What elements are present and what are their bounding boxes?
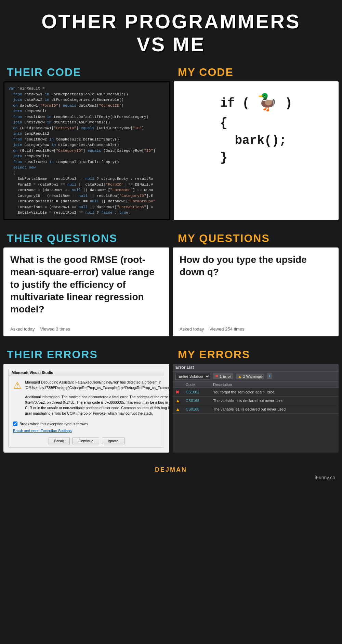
errors-section: THEIR ERRORS MY ERRORS Microsoft Visual … — [0, 345, 342, 460]
footer-author: DEJMAN — [7, 466, 335, 473]
vs-dialog-body: ⚠ Managed Debugging Assistant 'FatalExec… — [9, 376, 164, 420]
my-errors-label: MY ERRORS — [171, 348, 339, 361]
error-table-header: Code Description — [173, 381, 339, 388]
vs-dialog-main-text: Managed Debugging Assistant 'FatalExecut… — [25, 380, 169, 391]
duck-emoji: 🦆 — [257, 94, 277, 112]
my-code-text: if ( 🦆 ) { bark(); } — [213, 85, 299, 173]
their-question-asked: Asked today — [10, 326, 35, 332]
my-code-panel: if ( 🦆 ) { bark(); } — [174, 81, 339, 220]
vs-checkbox-row: Break when this exception type is thrown — [9, 419, 164, 428]
error-icon: ✖ — [215, 374, 218, 378]
questions-section-labels: THEIR QUESTIONS MY QUESTIONS — [0, 229, 342, 247]
vs-dialog-buttons: Break Continue Ignore — [9, 435, 164, 447]
error-description: The variable 'e1' is declared but never … — [213, 407, 336, 411]
solution-selector[interactable]: Entire Solution — [175, 373, 210, 380]
error-list-toolbar: Entire Solution ✖ 1 Error ▲ 2 Warnings ℹ — [173, 372, 339, 381]
their-question-viewed: Viewed 3 times — [40, 326, 70, 332]
info-icon: ℹ — [269, 374, 270, 378]
vs-dialog-text-block: Managed Debugging Assistant 'FatalExecut… — [25, 380, 169, 416]
my-question-panel: How do you type the upside down q? Asked… — [173, 247, 339, 336]
code-section-labels: THEIR CODE MY CODE — [0, 63, 342, 81]
questions-panels: What is the good RMSE (root-mean-square-… — [0, 247, 342, 343]
vs-checkbox[interactable] — [13, 421, 17, 426]
table-row: ▲CS0168The variable 'e' is declared but … — [173, 397, 339, 405]
warning-icon: ⚠ — [13, 380, 22, 416]
errors-section-labels: THEIR ERRORS MY ERRORS — [0, 345, 342, 364]
table-row: ✖CS1002You forgot the semicolon again. I… — [173, 388, 339, 397]
my-question-text: How do you type the upside down q? — [180, 254, 332, 279]
my-question-meta: Asked today Viewed 254 times — [180, 326, 332, 332]
col-code-header: Code — [186, 383, 213, 387]
warning-count-badge: ▲ 2 Warnings — [236, 374, 264, 379]
header-line2: VS ME — [137, 33, 206, 55]
code-panels: var joinResult = from dataRow1 in FormRe… — [0, 81, 342, 227]
warning-icon: ▲ — [175, 406, 186, 412]
watermark: iFunny.co — [315, 475, 335, 480]
their-questions-label: THEIR QUESTIONS — [3, 232, 171, 245]
questions-section: THEIR QUESTIONS MY QUESTIONS What is the… — [0, 229, 342, 343]
my-code-content: if ( 🦆 ) { bark(); } — [174, 81, 339, 177]
error-code: CS0168 — [186, 407, 213, 411]
vs-dialog-additional-text: Additional information: The runtime has … — [25, 394, 169, 416]
error-icon: ✖ — [175, 389, 186, 395]
vs-dialog-title: Microsoft Visual Studio — [9, 369, 164, 376]
their-errors-label: THEIR ERRORS — [3, 348, 171, 361]
code-section: THEIR CODE MY CODE var joinResult = from… — [0, 63, 342, 227]
error-code: CS0168 — [186, 399, 213, 403]
col-desc-header: Description — [213, 383, 336, 387]
header-title: OTHER PROGRAMMERS VS ME — [7, 10, 335, 56]
header-line1: OTHER PROGRAMMERS — [41, 10, 301, 32]
error-count-badge: ✖ 1 Error — [213, 373, 233, 379]
error-list-header: Error List — [173, 364, 339, 372]
my-code-label: MY CODE — [171, 66, 339, 79]
errors-panels: Microsoft Visual Studio ⚠ Managed Debugg… — [0, 364, 342, 460]
info-count-badge: ℹ — [267, 373, 272, 379]
table-row: ▲CS0168The variable 'e1' is declared but… — [173, 405, 339, 414]
header: OTHER PROGRAMMERS VS ME — [0, 0, 342, 63]
warning-icon: ▲ — [238, 374, 242, 378]
their-code-panel: var joinResult = from dataRow1 in FormRe… — [3, 81, 170, 220]
exception-settings-link[interactable]: Break and open Exception Settings — [13, 429, 72, 433]
continue-button[interactable]: Continue — [73, 438, 99, 444]
warning-count: 2 Warnings — [243, 374, 262, 378]
their-code-content: var joinResult = from dataRow1 in FormRe… — [4, 82, 169, 219]
my-question-asked: Asked today — [180, 326, 204, 332]
my-question-viewed: Viewed 254 times — [209, 326, 244, 332]
vs-checkbox-label: Break when this exception type is thrown — [19, 422, 88, 426]
error-rows: ✖CS1002You forgot the semicolon again. I… — [173, 388, 339, 414]
error-count: 1 Error — [220, 374, 231, 378]
col-icon-header — [175, 383, 186, 387]
error-code: CS1002 — [186, 390, 213, 394]
my-error-panel: Error List Entire Solution ✖ 1 Error ▲ 2… — [173, 364, 339, 453]
vs-dialog: Microsoft Visual Studio ⚠ Managed Debugg… — [9, 369, 164, 448]
their-question-panel: What is the good RMSE (root-mean-square-… — [3, 247, 169, 336]
their-code-label: THEIR CODE — [3, 66, 171, 79]
warning-icon: ▲ — [175, 398, 186, 403]
their-question-text: What is the good RMSE (root-mean-square-… — [10, 254, 162, 316]
error-description: The variable 'e' is declared but never u… — [213, 399, 336, 403]
ignore-button[interactable]: Ignore — [102, 438, 124, 444]
my-questions-label: MY QUESTIONS — [171, 232, 339, 245]
error-description: You forgot the semicolon again. Idiot. — [213, 390, 336, 394]
footer: DEJMAN iFunny.co — [0, 461, 342, 484]
break-button[interactable]: Break — [49, 438, 70, 444]
their-question-meta: Asked today Viewed 3 times — [10, 326, 162, 332]
their-error-panel: Microsoft Visual Studio ⚠ Managed Debugg… — [3, 364, 169, 453]
